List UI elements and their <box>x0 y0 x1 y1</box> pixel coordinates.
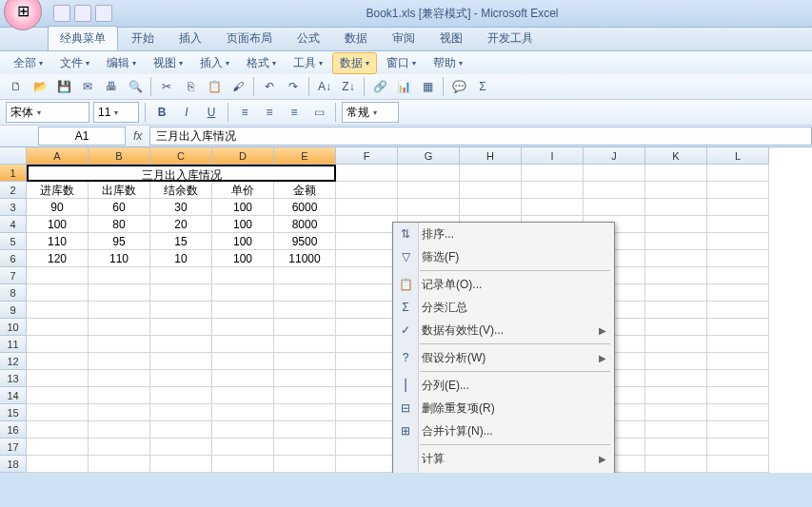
cell-A16[interactable] <box>27 421 89 439</box>
cell-F12[interactable] <box>336 353 398 370</box>
cell-D16[interactable] <box>212 421 274 439</box>
row-header-6[interactable]: 6 <box>0 250 27 267</box>
cell-K10[interactable] <box>645 319 707 336</box>
cell-E9[interactable] <box>274 302 336 319</box>
cell-B9[interactable] <box>89 302 150 319</box>
save-icon[interactable]: 💾 <box>53 76 74 97</box>
cell-C11[interactable] <box>150 336 212 353</box>
cell-C13[interactable] <box>150 370 212 387</box>
cell-B16[interactable] <box>89 421 150 439</box>
row-header-4[interactable]: 4 <box>0 216 27 233</box>
cell-B6[interactable]: 110 <box>89 250 150 267</box>
col-header-D[interactable]: D <box>212 147 274 165</box>
cell-L2[interactable] <box>707 182 769 199</box>
cell-B18[interactable] <box>89 456 150 473</box>
chart-icon[interactable]: 📊 <box>393 76 414 97</box>
cell-B2[interactable]: 出库数 <box>89 182 150 199</box>
menu-5[interactable]: 格式 ▾ <box>239 52 284 74</box>
cell-C18[interactable] <box>150 456 212 473</box>
col-header-A[interactable]: A <box>27 147 89 165</box>
menu-item-13[interactable]: 计算▶ <box>393 447 614 470</box>
cell-D18[interactable] <box>212 456 274 473</box>
cell-K17[interactable] <box>645 439 707 456</box>
cell-C17[interactable] <box>150 439 212 456</box>
cell-E10[interactable] <box>274 319 336 336</box>
ribbon-tab-0[interactable]: 经典菜单 <box>48 26 118 50</box>
cell-F17[interactable] <box>336 439 398 456</box>
cell-A2[interactable]: 进库数 <box>27 182 89 199</box>
cell-E4[interactable]: 8000 <box>274 216 336 233</box>
cell-A14[interactable] <box>27 387 89 404</box>
ribbon-tab-2[interactable]: 插入 <box>168 27 213 50</box>
cell-F15[interactable] <box>336 404 398 421</box>
ribbon-tab-3[interactable]: 页面布局 <box>215 27 284 50</box>
col-header-L[interactable]: L <box>707 147 769 165</box>
cell-E15[interactable] <box>274 404 336 421</box>
cell-H3[interactable] <box>460 199 522 216</box>
number-format-combo[interactable]: 常规▾ <box>342 102 399 123</box>
cell-D11[interactable] <box>212 336 274 353</box>
cell-F1[interactable] <box>336 165 398 182</box>
cell-D13[interactable] <box>212 370 274 387</box>
cell-L3[interactable] <box>707 199 769 216</box>
menu-item-11[interactable]: ⊞合并计算(N)... <box>393 419 614 442</box>
italic-icon[interactable]: I <box>176 102 197 123</box>
cell-B8[interactable] <box>89 284 150 302</box>
cell-E13[interactable] <box>274 370 336 387</box>
menu-1[interactable]: 文件 ▾ <box>52 52 97 74</box>
undo-icon[interactable]: ↶ <box>259 76 280 97</box>
open-icon[interactable]: 📂 <box>30 76 50 97</box>
cell-B13[interactable] <box>89 370 150 387</box>
cell-K6[interactable] <box>645 250 707 267</box>
cell-F3[interactable] <box>336 199 398 216</box>
cell-E17[interactable] <box>274 439 336 456</box>
col-header-B[interactable]: B <box>89 147 150 165</box>
cell-F9[interactable] <box>336 302 398 319</box>
cell-C5[interactable]: 15 <box>150 233 212 250</box>
cell-E3[interactable]: 6000 <box>274 199 336 216</box>
cell-B3[interactable]: 60 <box>89 199 150 216</box>
name-box[interactable]: A1 <box>38 127 126 146</box>
cell-L16[interactable] <box>707 421 769 439</box>
cell-L7[interactable] <box>707 267 769 284</box>
cell-G3[interactable] <box>398 199 460 216</box>
cell-A18[interactable] <box>27 456 89 473</box>
font-size-combo[interactable]: 11▾ <box>93 102 139 123</box>
cell-B17[interactable] <box>89 439 150 456</box>
cell-K12[interactable] <box>645 353 707 370</box>
cell-L9[interactable] <box>707 302 769 319</box>
cell-A9[interactable] <box>27 302 89 319</box>
cell-A4[interactable]: 100 <box>27 216 89 233</box>
cell-A11[interactable] <box>27 336 89 353</box>
col-header-J[interactable]: J <box>584 147 645 165</box>
cell-K2[interactable] <box>645 182 707 199</box>
menu-item-14[interactable]: 分组和分级显示(G)▶ <box>393 470 614 473</box>
menu-item-1[interactable]: ▽筛选(F) <box>393 245 614 268</box>
row-header-15[interactable]: 15 <box>0 404 27 421</box>
ribbon-tab-4[interactable]: 公式 <box>286 27 331 50</box>
copy-icon[interactable]: ⎘ <box>180 76 201 97</box>
select-all-corner[interactable] <box>0 147 27 165</box>
col-header-I[interactable]: I <box>522 147 584 165</box>
row-header-1[interactable]: 1 <box>0 165 27 182</box>
ribbon-tab-1[interactable]: 开始 <box>120 27 166 50</box>
align-center-icon[interactable]: ≡ <box>259 102 280 123</box>
cell-D3[interactable]: 100 <box>212 199 274 216</box>
cell-L1[interactable] <box>707 165 769 182</box>
cell-J3[interactable] <box>584 199 645 216</box>
cell-L18[interactable] <box>707 456 769 473</box>
menu-2[interactable]: 编辑 ▾ <box>99 52 144 74</box>
cell-D10[interactable] <box>212 319 274 336</box>
cell-D4[interactable]: 100 <box>212 216 274 233</box>
print-icon[interactable]: 🖶 <box>101 76 122 97</box>
cell-F18[interactable] <box>336 456 398 473</box>
cell-L8[interactable] <box>707 284 769 302</box>
col-header-H[interactable]: H <box>460 147 522 165</box>
cell-C12[interactable] <box>150 353 212 370</box>
menu-6[interactable]: 工具 ▾ <box>286 52 330 74</box>
cell-K7[interactable] <box>645 267 707 284</box>
cell-D14[interactable] <box>212 387 274 404</box>
cell-C8[interactable] <box>150 284 212 302</box>
col-header-E[interactable]: E <box>274 147 336 165</box>
cell-I2[interactable] <box>522 182 584 199</box>
